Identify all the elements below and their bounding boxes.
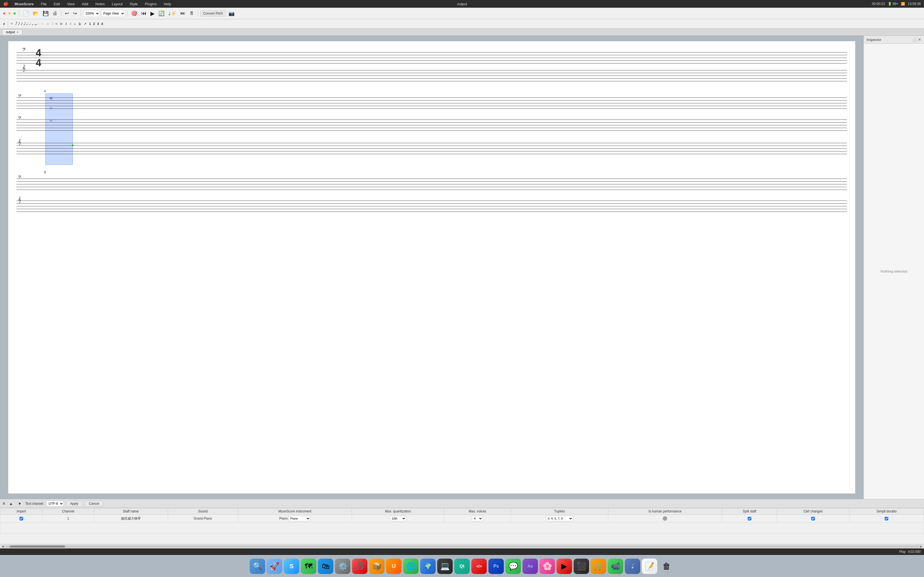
- dur8-button[interactable]: 𝅘𝅥𝅮: [23, 21, 25, 27]
- rewind-button[interactable]: ⏮: [140, 9, 148, 17]
- end-button[interactable]: ⏭: [179, 10, 187, 17]
- simpli-duration-checkbox[interactable]: [885, 517, 888, 521]
- dock-pink-icon[interactable]: 🌸: [540, 559, 555, 574]
- scrollbar-track[interactable]: [5, 545, 919, 548]
- dock-launchpad-icon[interactable]: 🚀: [267, 559, 282, 574]
- rest-button[interactable]: 𝄎: [10, 21, 14, 27]
- file-menu[interactable]: File: [40, 2, 48, 6]
- redo-button[interactable]: ↪: [71, 10, 78, 17]
- cell-tuplets[interactable]: 3, 4, 5, 7, 9: [511, 515, 608, 522]
- arrow-up-button[interactable]: ▲: [8, 501, 14, 507]
- concert-pitch-button[interactable]: Concert Pitch: [200, 10, 226, 16]
- cell-human-performance[interactable]: [608, 515, 722, 522]
- cell-max-quantization[interactable]: 16th: [352, 515, 444, 522]
- dock-terminal2-icon[interactable]: ⬛: [573, 559, 589, 574]
- tuplets-select[interactable]: 3, 4, 5, 7, 9: [546, 516, 573, 521]
- help-menu[interactable]: Help: [163, 2, 172, 6]
- open-button[interactable]: 📂: [31, 10, 40, 17]
- score-paper[interactable]: 4 4 𝄢 𝄞 4: [8, 41, 855, 493]
- inspector-expand-button[interactable]: ⬜: [912, 37, 917, 42]
- camera-button[interactable]: 📷: [227, 10, 236, 17]
- dur64-button[interactable]: 𝅘𝅥𝅱: [14, 21, 16, 26]
- save-button[interactable]: 💾: [41, 10, 50, 17]
- dur32-button[interactable]: 𝅘𝅥𝅰: [17, 21, 19, 26]
- style-menu[interactable]: Style: [129, 2, 139, 6]
- dur2-button[interactable]: 𝅗𝅥: [28, 21, 30, 27]
- quantization-select[interactable]: 16th: [390, 516, 406, 521]
- dock-chrome-icon[interactable]: 🌍: [420, 559, 436, 574]
- cell-max-voices[interactable]: 4: [444, 515, 511, 522]
- print-button[interactable]: 🖨: [51, 10, 59, 17]
- dock-safari-icon[interactable]: S: [284, 559, 299, 574]
- dock-wechat-icon[interactable]: 💬: [506, 559, 521, 574]
- cell-clef-changes[interactable]: [777, 515, 849, 522]
- slur-button[interactable]: ⌢: [45, 21, 50, 27]
- midi-panel-close-button[interactable]: ✕: [2, 501, 5, 506]
- arrow-down-button[interactable]: ▼: [16, 501, 23, 507]
- undo-button[interactable]: ↩: [63, 10, 70, 17]
- dock-green-app-icon[interactable]: 🌐: [403, 559, 418, 574]
- apply-button[interactable]: Apply: [66, 501, 82, 507]
- scroll-left-arrow[interactable]: ◀: [1, 545, 5, 548]
- dock-terminal-icon[interactable]: 💻: [437, 559, 453, 574]
- add-menu[interactable]: Add: [81, 2, 89, 6]
- voices-select[interactable]: 4: [472, 516, 483, 521]
- play-button[interactable]: ▶: [149, 9, 156, 18]
- minimize-button[interactable]: ●: [7, 10, 11, 16]
- dock-appstore-icon[interactable]: 🛍: [318, 559, 333, 574]
- dock-ae-icon[interactable]: Ae: [522, 559, 538, 574]
- scrollbar-thumb[interactable]: [10, 545, 65, 548]
- dur-breve-button[interactable]: 𝅜: [34, 21, 36, 27]
- split-staff-checkbox[interactable]: [748, 517, 751, 521]
- dock-code-icon[interactable]: </>: [471, 559, 487, 574]
- double-flat-button[interactable]: 𝄫: [78, 21, 82, 27]
- close-button[interactable]: ●: [2, 10, 6, 16]
- double-dot-button[interactable]: ··: [40, 21, 45, 27]
- dur1-button[interactable]: 𝅝: [31, 21, 33, 27]
- dock-settings-icon[interactable]: ⚙️: [335, 559, 351, 574]
- dock-red-app-icon[interactable]: 🎵: [352, 559, 367, 574]
- dock-qt-icon[interactable]: Qt: [454, 559, 470, 574]
- tuner-button[interactable]: 🎯: [130, 10, 139, 17]
- mixer-button[interactable]: 🎚: [188, 10, 195, 17]
- accent-button[interactable]: 〉<: [51, 21, 58, 27]
- dock-orange-app-icon[interactable]: 📦: [369, 559, 384, 574]
- courtesy-button[interactable]: ↗: [82, 21, 88, 26]
- dock-intellij-icon[interactable]: IJ: [386, 559, 402, 574]
- loop-button[interactable]: 🔄: [157, 10, 166, 17]
- cell-import[interactable]: [0, 515, 43, 522]
- cell-musescore-instrument[interactable]: Piano Piano: [238, 515, 352, 522]
- dock-trash-icon[interactable]: 🗑: [659, 559, 674, 574]
- tab-close-output[interactable]: ✕: [16, 31, 19, 34]
- flat-button[interactable]: ♭: [73, 21, 77, 27]
- dock-photoshop-icon[interactable]: Ps: [488, 559, 504, 574]
- dock-notes-icon[interactable]: 📝: [642, 559, 657, 574]
- layout-menu[interactable]: Layout: [111, 2, 124, 6]
- dur16-button[interactable]: 𝅘𝅥𝅯: [20, 21, 22, 26]
- dock-play-icon[interactable]: ▶: [557, 559, 572, 574]
- dotted-button[interactable]: ·: [36, 21, 40, 27]
- maximize-button[interactable]: ●: [13, 10, 17, 16]
- apple-menu[interactable]: 🍎: [3, 2, 8, 6]
- inspector-close-button[interactable]: ✕: [918, 37, 921, 42]
- dock-facetime-icon[interactable]: 📹: [608, 559, 623, 574]
- sharp-button[interactable]: ♯: [64, 21, 68, 27]
- view-menu[interactable]: View: [66, 2, 76, 6]
- edit-menu[interactable]: Edit: [53, 2, 61, 6]
- dock-musescore-icon[interactable]: ♩: [625, 559, 640, 574]
- score-area[interactable]: 4 4 𝄢 𝄞 4: [0, 36, 864, 499]
- dock-finder-icon[interactable]: 🔍: [250, 559, 265, 574]
- tab-output[interactable]: output ✕: [2, 29, 22, 35]
- new-score-button[interactable]: 📄: [21, 10, 30, 17]
- zoom-select[interactable]: 100%: [83, 10, 100, 17]
- note-input-btn[interactable]: 𝅘𝅥▾: [2, 21, 6, 27]
- clef-changes-checkbox[interactable]: [811, 517, 815, 521]
- dock-store-icon[interactable]: 🛒: [591, 559, 606, 574]
- view-mode-select[interactable]: Page View: [101, 10, 125, 17]
- cancel-button[interactable]: Cancel: [85, 501, 103, 507]
- scroll-right-arrow[interactable]: ▶: [919, 545, 923, 548]
- midi-table-container[interactable]: Import Channel Staff name Sound MuseScor…: [0, 508, 924, 544]
- dock-maps-icon[interactable]: 🗺: [301, 559, 316, 574]
- metronome-button[interactable]: ♩⚡: [167, 10, 178, 17]
- plugins-menu[interactable]: Plugins: [144, 2, 158, 6]
